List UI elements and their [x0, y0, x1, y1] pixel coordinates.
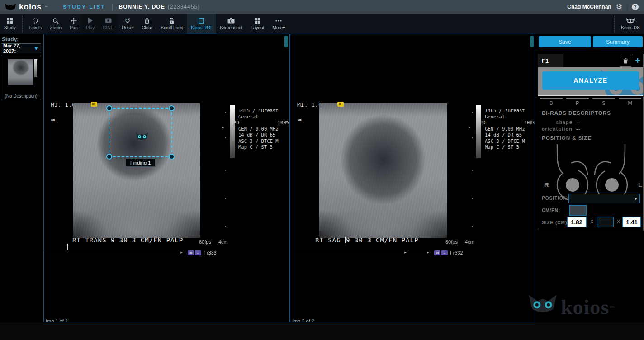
shape-value: --	[576, 119, 580, 125]
toolbar-levels-button[interactable]: Levels	[25, 14, 46, 34]
param-line: ASC 3 / DTCE M	[485, 138, 535, 145]
analyze-button[interactable]: ANALYZE	[542, 71, 639, 90]
probe-orientation-marker	[337, 102, 344, 107]
acquisition-parameters: 14L5 / *Breast General 2D100% GEN / 9.00…	[238, 108, 289, 151]
series-thumbnail-card[interactable]: (No Description)	[1, 55, 41, 100]
position-dropdown[interactable]: ▾	[568, 194, 640, 203]
toolbar-screenshot-button[interactable]: Screenshot	[216, 14, 247, 34]
delete-chip-icon[interactable]: ⊠	[434, 250, 440, 255]
size-input-2[interactable]	[597, 217, 614, 227]
koios-logo[interactable]: #topbar .ob{fill:#e8edf1}#topbar .oe{fil…	[5, 2, 48, 12]
toolbar-label: More▾	[272, 25, 285, 30]
depth-tick	[472, 198, 473, 199]
depth-tick	[472, 170, 473, 171]
viewport-scrollbar[interactable]	[530, 36, 534, 47]
summary-button[interactable]: Summary	[593, 36, 643, 47]
viewport-left[interactable]: MI: 1.0 ≅ Finding 1 ▸ 14L5 / *Breast Gen…	[43, 34, 290, 322]
depth-tick	[225, 170, 226, 171]
analyze-zone: ANALYZE	[538, 67, 643, 96]
toolbar-scroll-lock-button[interactable]: Scroll Lock	[156, 14, 187, 34]
layout-grid-icon	[254, 17, 260, 24]
delete-finding-button[interactable]	[620, 55, 631, 67]
toolbar-koios-ds-button[interactable]: Koios DS	[617, 14, 644, 34]
cine-scrub-ruler[interactable]	[293, 253, 430, 253]
finding-roi-box[interactable]	[109, 108, 172, 157]
toolbar-zoom-button[interactable]: Zoom	[46, 14, 66, 34]
roi-handle[interactable]	[169, 105, 175, 111]
param-line: 14L5 / *Breast	[238, 108, 289, 114]
toolbar-pan-button[interactable]: Pan	[66, 14, 82, 34]
cmfn-input[interactable]	[569, 205, 587, 216]
orientation-value: --	[576, 126, 580, 132]
depth-tick	[225, 137, 226, 138]
user-name[interactable]: Chad McClennan	[567, 4, 611, 10]
left-breast-nipple[interactable]	[605, 178, 619, 192]
roi-handle[interactable]	[106, 154, 112, 160]
toolbar-label: CINE	[103, 25, 114, 30]
brand-name: koios	[19, 2, 42, 12]
acquisition-parameters: 14L5 / *Breast General 2D100% GEN / 9.00…	[485, 108, 535, 151]
roi-handle[interactable]	[106, 105, 112, 111]
depth-tick	[225, 198, 226, 199]
help-icon[interactable]: ?	[632, 4, 639, 10]
findings-panel: Save Summary F1 + ANALYZE B P S M BI-RAD…	[535, 34, 644, 322]
save-button[interactable]: Save	[539, 36, 591, 47]
toolbar-label: Levels	[29, 25, 42, 30]
step-s[interactable]: S	[592, 98, 615, 106]
roi-handle[interactable]	[169, 154, 175, 160]
cine-scrub-ruler[interactable]	[47, 253, 184, 253]
finding-tab-f1[interactable]: F1	[538, 54, 564, 67]
ultrasound-thumbnail	[8, 59, 33, 85]
owl-icon	[626, 17, 635, 24]
ruler-position-marker[interactable]: ▸	[404, 250, 407, 255]
size-input-3[interactable]	[622, 217, 641, 227]
camera-icon	[227, 17, 235, 24]
delete-chip-icon[interactable]: ⊠	[188, 250, 194, 255]
viewport-scrollbar[interactable]	[284, 36, 288, 47]
toolbar-reset-button[interactable]: ↺ Reset	[118, 14, 137, 34]
toolbar-study-button[interactable]: Study	[0, 14, 20, 34]
back-arrow-chip-icon[interactable]: ←	[195, 250, 201, 255]
image-count: Img 2 of 2	[292, 318, 314, 322]
right-breast-nipple[interactable]	[566, 178, 579, 192]
back-arrow-chip-icon[interactable]: ←	[441, 250, 448, 255]
owl-logo-icon: #topbar .ob{fill:#e8edf1}#topbar .oe{fil…	[5, 3, 16, 10]
watermark-brand: koios™	[561, 294, 615, 321]
toolbar-clear-button[interactable]: Clear	[137, 14, 156, 34]
study-date-dropdown[interactable]: Mar 27, 2017: ▼	[1, 43, 41, 53]
fps-value: 60fps	[445, 239, 458, 245]
panel-divider	[535, 51, 644, 51]
viewport-right[interactable]: MI: 1.0 ≅ ▸ 14L5 / *Breast General 2D100…	[290, 34, 535, 322]
ultrasound-image[interactable]	[319, 103, 447, 238]
finding-label[interactable]: Finding 1	[126, 159, 155, 167]
breast-position-diagram[interactable]	[548, 143, 634, 202]
param-line-2d: 2D100%	[480, 120, 535, 126]
cine-icon	[105, 17, 112, 24]
caret-down-icon: ▾	[635, 197, 637, 201]
levels-icon	[32, 17, 38, 24]
magnifier-icon	[52, 17, 59, 24]
toolbar-right-group: Koios DS	[612, 14, 644, 34]
toolbar-koios-roi-button[interactable]: Koios ROI	[187, 14, 216, 34]
toolbar-label: Play	[86, 25, 95, 30]
depth-tick	[472, 112, 473, 113]
add-finding-button[interactable]: +	[632, 55, 644, 67]
probe-orientation-marker	[91, 102, 97, 107]
cmfn-label: CM/FN:	[542, 208, 560, 213]
toolbar-more-button[interactable]: More▾	[268, 14, 289, 34]
topbar-separator	[112, 4, 113, 10]
toolbar-label: Koios ROI	[191, 25, 212, 30]
top-bar: #topbar .ob{fill:#e8edf1}#topbar .oe{fil…	[0, 0, 644, 14]
patient-name: BONNIE Y. DOE	[119, 4, 165, 10]
image-annotation-text[interactable]: RT TRANS 9 30 3 CM/FN PALP	[72, 236, 183, 244]
settings-gear-icon[interactable]: ⚙	[616, 3, 622, 10]
frame-number: Fr332	[450, 250, 463, 255]
step-m[interactable]: M	[619, 98, 641, 106]
image-annotation-text[interactable]: RT SAG 9 30 3 CM/FN PALP	[315, 236, 418, 244]
size-input-1[interactable]	[567, 217, 587, 227]
study-list-link[interactable]: STUDY LIST	[63, 4, 106, 9]
step-b[interactable]: B	[540, 98, 563, 106]
step-p[interactable]: P	[566, 98, 589, 106]
koios-owl-marker-icon	[136, 132, 148, 140]
toolbar-layout-button[interactable]: Layout	[246, 14, 268, 34]
